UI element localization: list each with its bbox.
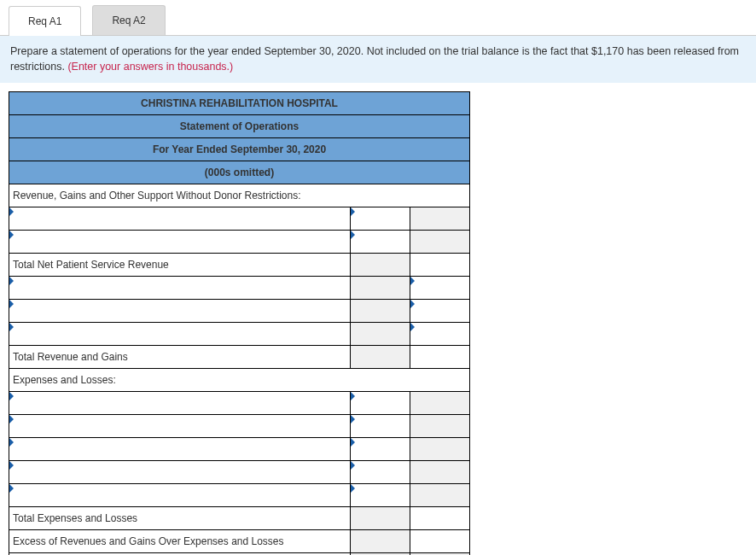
tab-req-a1[interactable]: Req A1 <box>9 6 81 36</box>
cell-gray <box>410 438 470 461</box>
exp-line-2-label[interactable] <box>9 415 351 438</box>
rev-line-2-amt1[interactable] <box>351 231 410 254</box>
exp-line-5-amt1[interactable] <box>351 484 410 507</box>
statement-table: CHRISTINA REHABILITATION HOSPITAL Statem… <box>9 91 470 555</box>
exp-line-4-amt1[interactable] <box>351 461 410 484</box>
tel-amt[interactable] <box>410 507 470 530</box>
excess-label: Excess of Revenues and Gains Over Expens… <box>9 530 351 553</box>
cell-gray <box>410 415 470 438</box>
header-units: (000s omitted) <box>9 161 470 184</box>
total-net-patient-revenue: Total Net Patient Service Revenue <box>9 254 351 277</box>
total-expenses-losses: Total Expenses and Losses <box>9 507 351 530</box>
header-title: Statement of Operations <box>9 115 470 138</box>
cell-gray <box>410 392 470 415</box>
exp-line-5-label[interactable] <box>9 484 351 507</box>
exp-line-3-label[interactable] <box>9 438 351 461</box>
header-period: For Year Ended September 30, 2020 <box>9 138 470 161</box>
exp-line-1-amt1[interactable] <box>351 392 410 415</box>
rev-line-2-label[interactable] <box>9 231 351 254</box>
exp-line-3-amt1[interactable] <box>351 438 410 461</box>
cell-gray <box>351 323 410 346</box>
tab-req-a2[interactable]: Req A2 <box>92 5 165 35</box>
excess-amt[interactable] <box>410 530 470 553</box>
cell-gray <box>351 300 410 323</box>
instruction-box: Prepare a statement of operations for th… <box>0 36 756 83</box>
cell-gray <box>410 484 470 507</box>
cell-gray <box>351 254 410 277</box>
cell-gray <box>351 277 410 300</box>
section-expenses: Expenses and Losses: <box>9 369 470 392</box>
exp-line-4-label[interactable] <box>9 461 351 484</box>
rev-line-4-label[interactable] <box>9 300 351 323</box>
rev-line-3-label[interactable] <box>9 277 351 300</box>
tab-bar: Req A1 Req A2 <box>0 5 756 36</box>
tnpsr-amt[interactable] <box>410 254 470 277</box>
cell-gray <box>410 207 470 231</box>
exp-line-1-label[interactable] <box>9 392 351 415</box>
instruction-hint: (Enter your answers in thousands.) <box>67 61 233 73</box>
rev-line-5-label[interactable] <box>9 323 351 346</box>
cell-gray <box>410 461 470 484</box>
rev-line-5-amt2[interactable] <box>410 323 470 346</box>
cell-gray <box>351 346 410 369</box>
exp-line-2-amt1[interactable] <box>351 415 410 438</box>
section-revenue: Revenue, Gains and Other Support Without… <box>9 184 470 207</box>
cell-gray <box>410 231 470 254</box>
cell-gray <box>351 507 410 530</box>
rev-line-3-amt2[interactable] <box>410 277 470 300</box>
rev-line-1-amt1[interactable] <box>351 207 410 231</box>
trg-amt[interactable] <box>410 346 470 369</box>
cell-gray <box>351 530 410 553</box>
rev-line-4-amt2[interactable] <box>410 300 470 323</box>
total-revenue-gains: Total Revenue and Gains <box>9 346 351 369</box>
header-org: CHRISTINA REHABILITATION HOSPITAL <box>9 92 470 115</box>
rev-line-1-label[interactable] <box>9 207 351 231</box>
